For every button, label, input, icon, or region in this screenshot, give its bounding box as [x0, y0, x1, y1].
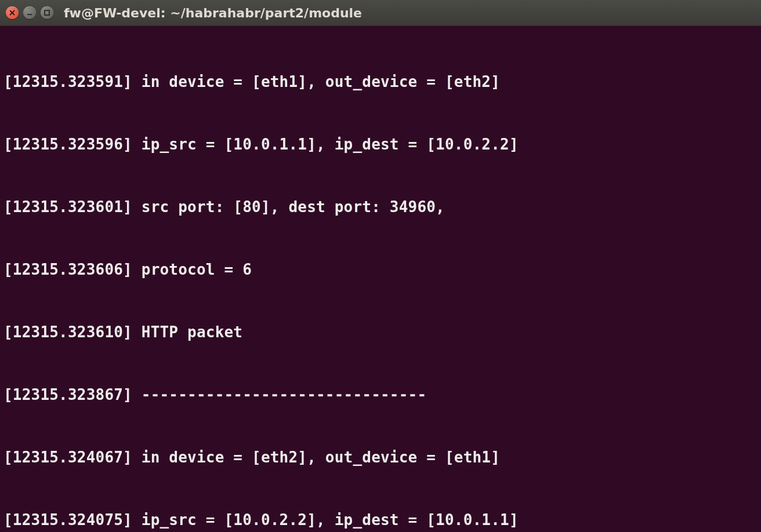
window-titlebar: fw@FW-devel: ~/habrahabr/part2/module — [0, 0, 761, 26]
log-line: [12315.323596] ip_src = [10.0.1.1], ip_d… — [3, 134, 758, 155]
terminal-area[interactable]: [12315.323591] in device = [eth1], out_d… — [0, 26, 761, 532]
close-button[interactable] — [6, 6, 19, 19]
log-line: [12315.323610] HTTP packet — [3, 322, 758, 342]
svg-rect-3 — [45, 10, 49, 15]
log-line: [12315.323606] protocol = 6 — [3, 259, 758, 280]
window-controls — [6, 6, 53, 19]
maximize-icon — [44, 9, 50, 16]
log-line: [12315.324067] in device = [eth2], out_d… — [3, 447, 758, 468]
log-line: [12315.323601] src port: [80], dest port… — [3, 196, 758, 217]
log-line: [12315.324075] ip_src = [10.0.2.2], ip_d… — [3, 509, 758, 530]
minimize-button[interactable] — [23, 6, 36, 19]
log-line: [12315.323591] in device = [eth1], out_d… — [3, 71, 758, 92]
close-icon — [9, 9, 16, 16]
log-line: [12315.323867] -------------------------… — [3, 384, 758, 405]
minimize-icon — [26, 9, 33, 16]
window-title: fw@FW-devel: ~/habrahabr/part2/module — [64, 6, 362, 20]
maximize-button[interactable] — [41, 6, 53, 19]
